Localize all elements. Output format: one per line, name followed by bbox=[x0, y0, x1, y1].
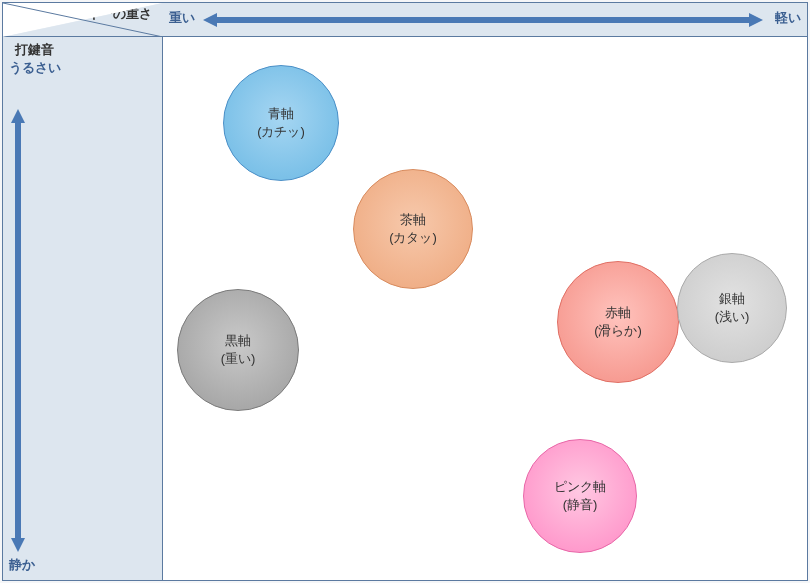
bubble-name: 赤軸 bbox=[605, 304, 631, 322]
bubble-note: (静音) bbox=[563, 496, 598, 514]
y-axis-quiet-label: 静か bbox=[9, 556, 35, 574]
bubble-pink: ピンク軸 (静音) bbox=[523, 439, 637, 553]
bubble-name: 茶軸 bbox=[400, 211, 426, 229]
bubble-note: (滑らか) bbox=[594, 322, 642, 340]
bubble-brown: 茶軸 (カタッ) bbox=[353, 169, 473, 289]
x-axis-heavy-label: 重い bbox=[169, 9, 195, 27]
bubble-name: 銀軸 bbox=[719, 290, 745, 308]
bubble-red: 赤軸 (滑らか) bbox=[557, 261, 679, 383]
bubble-note: (カタッ) bbox=[389, 229, 437, 247]
bubble-note: (カチッ) bbox=[257, 123, 305, 141]
bubble-note: (重い) bbox=[221, 350, 256, 368]
x-axis-title: キーの重さ bbox=[87, 5, 152, 23]
bubble-name: ピンク軸 bbox=[554, 478, 606, 496]
bubble-silver: 銀軸 (浅い) bbox=[677, 253, 787, 363]
y-axis-band: 打鍵音 うるさい 静か bbox=[3, 37, 163, 580]
bubble-note: (浅い) bbox=[715, 308, 750, 326]
plot-area: 青軸 (カチッ) 茶軸 (カタッ) 黒軸 (重い) 赤軸 (滑らか) 銀軸 (浅… bbox=[163, 37, 807, 580]
y-axis-loud-label: うるさい bbox=[9, 59, 61, 77]
y-axis-title: 打鍵音 bbox=[15, 41, 54, 59]
bubble-black: 黒軸 (重い) bbox=[177, 289, 299, 411]
chart-frame: キーの重さ 重い 軽い 打鍵音 うるさい 静か 青軸 (カチッ) 茶軸 (カタッ… bbox=[2, 2, 808, 581]
y-axis-arrow-icon bbox=[11, 109, 25, 552]
x-axis-arrow-icon bbox=[203, 13, 763, 27]
x-axis-light-label: 軽い bbox=[775, 9, 801, 27]
x-axis-band: キーの重さ 重い 軽い bbox=[3, 3, 807, 37]
bubble-blue: 青軸 (カチッ) bbox=[223, 65, 339, 181]
bubble-name: 黒軸 bbox=[225, 332, 251, 350]
bubble-name: 青軸 bbox=[268, 105, 294, 123]
